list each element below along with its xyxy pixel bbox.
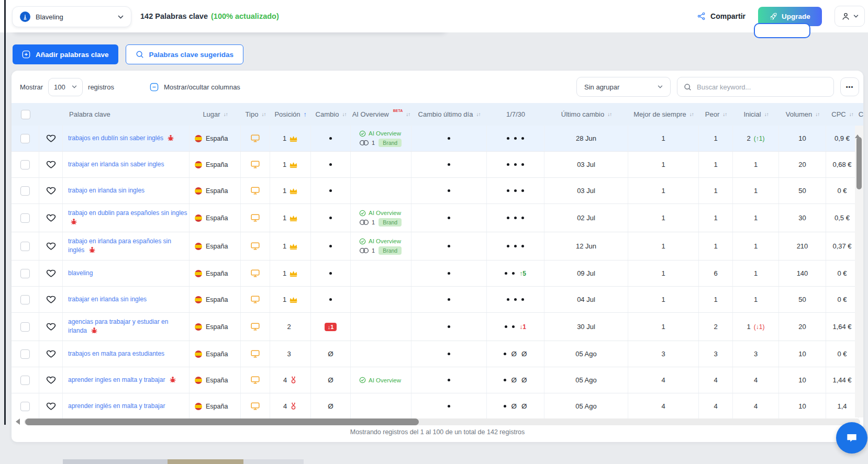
vertical-scroll-thumb[interactable]	[856, 137, 862, 189]
chat-widget-button[interactable]	[836, 422, 867, 454]
crown-icon	[289, 187, 298, 195]
worst-value: 4	[714, 402, 717, 410]
row-checkbox[interactable]	[20, 269, 30, 278]
favorite-heart-icon[interactable]	[46, 160, 56, 169]
history-dot	[514, 298, 517, 301]
column-header-cambio_ultimo_dia[interactable]: Cambio último día↓↑	[411, 103, 487, 126]
project-selector[interactable]: Blaveling	[12, 6, 131, 27]
spain-flag-icon	[195, 161, 202, 168]
medal-icon	[290, 402, 297, 410]
column-header-mejor_de_siempre[interactable]: Mejor de siempre↓↑	[628, 103, 699, 126]
column-header-peor[interactable]: Peor↓↑	[699, 103, 733, 126]
keyword-link[interactable]: trabajo en dublin para españoles sin ing…	[68, 209, 188, 226]
favorite-heart-icon[interactable]	[46, 133, 56, 143]
keyword-link[interactable]: blaveling	[68, 269, 93, 278]
row-checkbox[interactable]	[20, 349, 30, 359]
favorite-heart-icon[interactable]	[46, 322, 56, 332]
keyword-link[interactable]: aprender inglés en malta y trabajar	[68, 402, 165, 411]
group-filter-select[interactable]: Sin agrupar	[576, 77, 671, 97]
initial-cell: 1	[733, 261, 779, 286]
favorite-heart-icon[interactable]	[46, 375, 56, 385]
favorite-heart-icon[interactable]	[46, 295, 56, 304]
chevron-down-icon	[853, 15, 859, 18]
spain-flag-icon	[195, 377, 202, 384]
worst-value: 2	[714, 323, 717, 331]
records-summary: Mostrando registros del 1 al 100 de un t…	[12, 428, 863, 436]
keyword-link[interactable]: trabajo en irlanda para españoles sin in…	[68, 237, 188, 254]
worst-cell: 1	[699, 204, 733, 232]
column-header-cambio[interactable]: Cambio↓↑	[311, 103, 351, 126]
history-1-7-30-cell: ØØ	[487, 367, 544, 393]
favorite-heart-icon[interactable]	[46, 349, 56, 359]
favorite-heart-icon[interactable]	[46, 401, 56, 411]
add-keywords-button[interactable]: Añadir palabras clave	[13, 44, 118, 64]
last-change-date-cell: 09 Jul	[544, 261, 628, 286]
suggested-keywords-button[interactable]: Palabras clave sugeridas	[126, 44, 243, 64]
more-options-button[interactable]: •••	[840, 77, 859, 96]
brand-badge: Brand	[379, 139, 402, 147]
favorite-heart-icon[interactable]	[46, 186, 56, 196]
column-header-volumen[interactable]: Volumen↓↑	[779, 103, 826, 126]
scroll-left-arrow[interactable]	[16, 418, 20, 425]
history-dot	[507, 163, 509, 166]
horizontal-scroll-thumb[interactable]	[25, 418, 419, 425]
user-icon	[841, 12, 850, 21]
keyword-link[interactable]: trabajos en malta para estudiantes	[68, 350, 164, 358]
scroll-up-arrow[interactable]	[855, 126, 860, 138]
row-checkbox[interactable]	[20, 295, 30, 304]
spain-flag-icon	[195, 296, 202, 303]
keyword-link[interactable]: agencias para trabajar y estudiar en irl…	[68, 318, 188, 335]
row-checkbox[interactable]	[20, 242, 30, 251]
row-checkbox[interactable]	[20, 213, 30, 223]
column-header-ai_overview[interactable]: AI OverviewBETA↓↑	[351, 103, 411, 126]
column-label: Volumen	[786, 110, 813, 118]
column-header-tipo[interactable]: Tipo↓↑	[241, 103, 270, 126]
favorite-heart-icon[interactable]	[46, 241, 56, 251]
cpc-cell: 1,44 €	[826, 367, 859, 393]
row-checkbox[interactable]	[20, 134, 30, 143]
share-button[interactable]: Compartir	[697, 12, 745, 20]
bottom-screen-fragment	[168, 459, 243, 464]
desktop-device-icon	[251, 269, 260, 277]
show-label: Mostrar	[20, 83, 43, 91]
no-change-dot	[329, 163, 332, 166]
no-data-symbol: Ø	[521, 402, 527, 410]
favorite-heart-icon[interactable]	[46, 213, 56, 223]
column-header-posicion[interactable]: Posición↑	[270, 103, 311, 126]
keyword-link[interactable]: trabajar en irlanda sin ingles	[68, 296, 147, 304]
location-label: España	[206, 214, 228, 222]
location-cell: España	[190, 178, 241, 203]
keyword-link[interactable]: aprender ingles en malta y trabajar	[68, 376, 176, 384]
history-dot	[507, 189, 509, 192]
row-checkbox[interactable]	[20, 376, 30, 385]
worst-value: 1	[714, 296, 717, 303]
column-header-lugar[interactable]: Lugar↓↑	[190, 103, 241, 126]
favorite-heart-icon[interactable]	[46, 268, 56, 278]
favorite-cell	[39, 367, 63, 393]
row-checkbox[interactable]	[20, 186, 30, 196]
row-checkbox[interactable]	[20, 402, 30, 411]
no-change-dot	[448, 298, 450, 301]
select-all-checkbox[interactable]	[21, 110, 30, 119]
user-menu-button[interactable]	[834, 6, 865, 27]
row-checkbox[interactable]	[20, 160, 30, 169]
cpc-value: 0 €	[837, 187, 847, 195]
column-header-cpc[interactable]: CPC↓↑	[826, 103, 859, 126]
keyword-link[interactable]: trabajar en irlanda sin saber ingles	[68, 161, 164, 169]
horizontal-scroll-track[interactable]	[24, 418, 860, 425]
column-header-inicial[interactable]: Inicial↓↑	[733, 103, 779, 126]
device-type-cell	[241, 204, 270, 232]
row-checkbox[interactable]	[20, 322, 30, 332]
no-change-dot	[329, 189, 332, 192]
toggle-columns-button[interactable]: Mostrar/ocultar columnas	[150, 83, 240, 92]
keyword-link[interactable]: trabajo en irlanda sin ingles	[68, 187, 144, 195]
sort-toggle-icon: ↓↑	[689, 111, 694, 117]
change-cell: ↓1	[311, 313, 351, 341]
keyword-search-input[interactable]	[697, 83, 817, 91]
page-size-select[interactable]: 100	[48, 78, 83, 96]
keyword-link[interactable]: trabajos en dublín sin saber inglés	[68, 134, 174, 143]
initial-cell: 1	[733, 152, 779, 177]
column-header-ultimo_cambio[interactable]: Último cambio↓↑	[544, 103, 628, 126]
cpc-value: 0 €	[837, 350, 847, 358]
no-data-symbol: Ø	[328, 376, 333, 384]
